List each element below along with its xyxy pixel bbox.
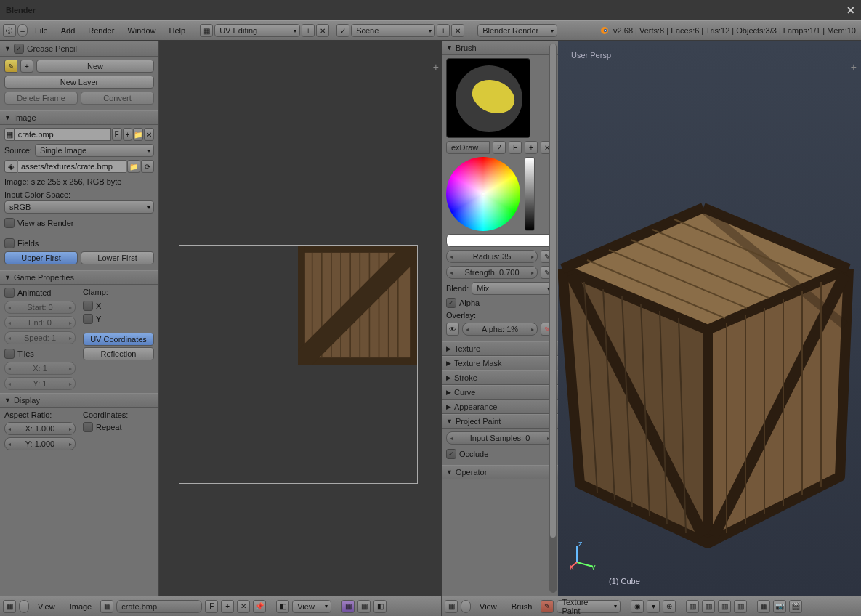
footer-image-name[interactable]: crate.bmp bbox=[116, 600, 202, 613]
image-unlink-button[interactable]: ✕ bbox=[144, 128, 154, 141]
curve-header[interactable]: ▶Curve bbox=[442, 385, 558, 400]
layer-block-3[interactable]: ▥ bbox=[718, 600, 731, 613]
vp-view-menu[interactable]: View bbox=[474, 601, 503, 612]
path-icon[interactable]: ◈ bbox=[4, 160, 17, 173]
pencil-icon[interactable]: ✎ bbox=[4, 60, 17, 73]
grease-new-button[interactable]: New bbox=[36, 60, 154, 73]
image-open-button[interactable]: 📁 bbox=[133, 128, 143, 141]
shading-sphere-icon[interactable]: ◉ bbox=[631, 600, 644, 613]
layout-preset-dropdown[interactable]: UV Editing bbox=[214, 24, 300, 37]
footer-image-menu[interactable]: Image bbox=[64, 601, 98, 612]
alpha-checkbox[interactable]: ✓ bbox=[446, 298, 456, 308]
render-preview-icon[interactable]: 📷 bbox=[773, 600, 786, 613]
menu-file[interactable]: File bbox=[29, 25, 54, 36]
footer-edit-icon[interactable]: ◧ bbox=[276, 600, 289, 613]
footer-view-dropdown[interactable]: View bbox=[292, 600, 331, 613]
expand-plus-icon[interactable]: + bbox=[433, 61, 439, 73]
uv-canvas[interactable] bbox=[179, 245, 418, 484]
overlay-eye-icon[interactable]: 👁 bbox=[446, 323, 459, 336]
footer-paint-icon[interactable]: ▦ bbox=[341, 600, 355, 613]
scene-icon[interactable]: ✓ bbox=[336, 24, 349, 37]
shading-dropdown-icon[interactable]: ▾ bbox=[647, 600, 660, 613]
scene-add-button[interactable]: + bbox=[437, 24, 450, 37]
clapper-icon[interactable]: 🎬 bbox=[789, 600, 802, 613]
fields-checkbox[interactable] bbox=[4, 238, 15, 248]
colorspace-dropdown[interactable]: sRGB bbox=[4, 200, 154, 214]
close-icon[interactable]: ✕ bbox=[846, 4, 855, 16]
image-type-icon[interactable]: ▦ bbox=[4, 128, 15, 141]
brush-scrollbar[interactable] bbox=[549, 44, 557, 593]
reflection-button[interactable]: Reflection bbox=[83, 347, 154, 360]
appearance-header[interactable]: ▶Appearance bbox=[442, 400, 558, 414]
footer-pin-icon[interactable]: 📌 bbox=[253, 600, 266, 613]
image-path-input[interactable] bbox=[18, 160, 126, 173]
pivot-icon[interactable]: ⊕ bbox=[663, 600, 676, 613]
tiles-y-field[interactable]: Y: 1 bbox=[4, 377, 76, 390]
grease-pencil-header[interactable]: ▼✓Grease Pencil bbox=[0, 41, 158, 57]
texture-header[interactable]: ▶Texture bbox=[442, 341, 558, 356]
viewport-expand-icon[interactable]: + bbox=[851, 61, 857, 73]
delete-frame-button[interactable]: Delete Frame bbox=[4, 92, 78, 105]
aspect-x-field[interactable]: X: 1.000 bbox=[4, 422, 76, 435]
clamp-x-checkbox[interactable] bbox=[83, 301, 93, 311]
strength-field[interactable]: Strength: 0.700 bbox=[446, 266, 538, 279]
footer-view-menu[interactable]: View bbox=[32, 601, 61, 612]
aspect-y-field[interactable]: Y: 1.000 bbox=[4, 437, 76, 450]
image-add-button[interactable]: + bbox=[123, 128, 133, 141]
footer-collapse-icon[interactable]: – bbox=[19, 600, 29, 613]
source-dropdown[interactable]: Single Image bbox=[35, 144, 154, 157]
texture-mask-header[interactable]: ▶Texture Mask bbox=[442, 356, 558, 370]
tiles-checkbox[interactable] bbox=[4, 349, 15, 359]
brush-header[interactable]: ▼Brush bbox=[442, 41, 558, 55]
footer-f-button[interactable]: F bbox=[205, 600, 218, 613]
layout-icon[interactable]: ▦ bbox=[200, 24, 213, 37]
brush-preset-name[interactable]: exDraw bbox=[446, 141, 490, 154]
vp-collapse-icon[interactable]: – bbox=[461, 600, 471, 613]
brush-preview[interactable] bbox=[446, 58, 530, 138]
layer-block-1[interactable]: ▥ bbox=[686, 600, 699, 613]
brush-add-button[interactable]: + bbox=[525, 141, 538, 154]
anim-speed-field[interactable]: Speed: 1 bbox=[4, 331, 76, 344]
new-layer-button[interactable]: New Layer bbox=[4, 76, 154, 89]
interaction-mode-dropdown[interactable]: Texture Paint bbox=[557, 600, 621, 613]
operator-header[interactable]: ▼Operator bbox=[442, 465, 558, 479]
image-name-input[interactable] bbox=[15, 128, 111, 141]
radius-field[interactable]: Radius: 35 bbox=[446, 250, 538, 263]
snap-icon[interactable]: ▦ bbox=[757, 600, 770, 613]
occlude-checkbox[interactable]: ✓ bbox=[446, 449, 456, 459]
display-panel-header[interactable]: ▼Display bbox=[0, 393, 158, 408]
3d-viewport[interactable]: User Persp + bbox=[558, 41, 861, 596]
layout-add-button[interactable]: + bbox=[302, 24, 315, 37]
footer-mask-icon[interactable]: ▦ bbox=[357, 600, 371, 613]
anim-end-field[interactable]: End: 0 bbox=[4, 316, 76, 329]
color-swatch[interactable] bbox=[446, 234, 554, 247]
value-slider[interactable] bbox=[525, 157, 535, 231]
view-as-render-checkbox[interactable] bbox=[4, 218, 15, 228]
color-wheel[interactable] bbox=[446, 157, 520, 231]
footer-plus-button[interactable]: + bbox=[221, 600, 234, 613]
footer-channel-icon[interactable]: ◧ bbox=[373, 600, 387, 613]
blend-dropdown[interactable]: Mix bbox=[472, 282, 554, 295]
path-reload-button[interactable]: ⟳ bbox=[141, 160, 154, 173]
menu-render[interactable]: Render bbox=[82, 25, 120, 36]
vp-brush-menu[interactable]: Brush bbox=[506, 601, 538, 612]
tiles-x-field[interactable]: X: 1 bbox=[4, 362, 76, 375]
footer-x-button[interactable]: ✕ bbox=[237, 600, 250, 613]
project-paint-header[interactable]: ▼Project Paint bbox=[442, 414, 558, 429]
brush-f-button[interactable]: F bbox=[509, 141, 522, 154]
upper-first-button[interactable]: Upper First bbox=[4, 251, 78, 264]
stroke-header[interactable]: ▶Stroke bbox=[442, 370, 558, 385]
grease-enable-checkbox[interactable]: ✓ bbox=[14, 44, 24, 54]
scene-dropdown[interactable]: Scene bbox=[351, 24, 435, 37]
grease-add-button[interactable]: + bbox=[20, 60, 33, 73]
menu-window[interactable]: Window bbox=[121, 25, 161, 36]
image-panel-header[interactable]: ▼Image bbox=[0, 110, 158, 125]
lower-first-button[interactable]: Lower First bbox=[81, 251, 154, 264]
footer-img-icon[interactable]: ▦ bbox=[100, 600, 113, 613]
convert-button[interactable]: Convert bbox=[81, 92, 154, 105]
mode-icon[interactable]: ✎ bbox=[541, 600, 554, 613]
menu-add[interactable]: Add bbox=[55, 25, 81, 36]
path-browse-button[interactable]: 📁 bbox=[127, 160, 140, 173]
input-samples-field[interactable]: Input Samples: 0 bbox=[446, 431, 554, 445]
uv-coordinates-button[interactable]: UV Coordinates bbox=[83, 333, 154, 346]
